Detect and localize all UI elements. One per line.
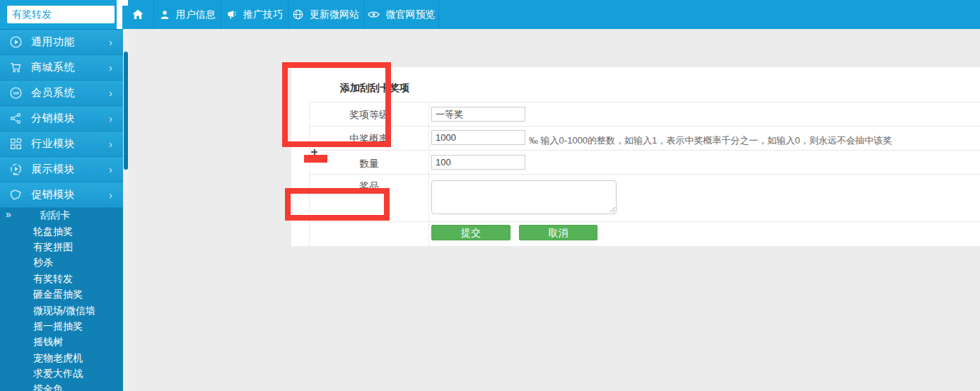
corner-gap [122, 0, 128, 6]
sidebar-item-industry[interactable]: 行业模块 › [0, 132, 123, 157]
sidebar-item-label: 展示模块 [31, 163, 75, 176]
subitem-label: 有奖拼图 [33, 241, 73, 254]
sidebar-item-promotion[interactable]: 促销模块 › [0, 182, 123, 208]
sidebar-item-label: 行业模块 [31, 137, 75, 151]
sidebar-subitem-shake-lottery[interactable]: 摇一摇抽奖 [0, 319, 123, 334]
sidebar-item-member[interactable]: VIP 会员系统 › [0, 81, 123, 106]
sidebar-scrollbar-track[interactable] [123, 29, 129, 391]
sidebar-scrollbar-thumb[interactable] [124, 52, 128, 170]
corner-gap [117, 0, 122, 29]
divider [428, 102, 429, 246]
display-icon [9, 163, 23, 176]
chevron-right-icon: › [109, 164, 112, 175]
sidebar-subitem-goldfish[interactable]: 捞金鱼 [0, 382, 123, 391]
active-item-marker: » [6, 209, 11, 220]
prize-level-input[interactable] [431, 107, 525, 122]
sidebar-item-label: 通用功能 [31, 35, 75, 49]
sidebar-subitem-seckill[interactable]: 秒杀 [0, 255, 123, 271]
divider [309, 150, 980, 151]
sidebar-subitem-wheel-lottery[interactable]: 轮盘抽奖 [0, 223, 123, 239]
cancel-button[interactable]: 取消 [519, 225, 597, 240]
nav-site-preview[interactable]: 微官网预览 [364, 0, 439, 29]
win-rate-hint: ‰ 输入0-1000的整数，如输入1，表示中奖概率千分之一，如输入0，则永远不会… [529, 134, 892, 147]
sidebar-subitem-wechat-wall[interactable]: 微现场/微信墙 [0, 303, 123, 318]
sidebar-item-display[interactable]: 展示模块 › [0, 157, 123, 182]
sidebar-subitem-love-battle[interactable]: 求爱大作战 [0, 366, 123, 382]
search-box [7, 6, 115, 23]
app-window: 通用功能 › 商城系统 › VIP 会员系统 › [0, 0, 980, 391]
sidebar-subitem-reward-share[interactable]: 有奖转发 [0, 272, 123, 287]
sidebar-item-label: 商城系统 [31, 61, 75, 74]
chevron-right-icon: › [109, 189, 112, 200]
sidebar-menu: 通用功能 › 商城系统 › VIP 会员系统 › [0, 30, 123, 208]
divider [309, 102, 980, 103]
top-nav: 用户信息 推广技巧 更新微网站 微官网预览 [122, 0, 980, 29]
share-icon [9, 112, 23, 125]
obscured-text-fragment [311, 151, 317, 153]
divider [309, 102, 310, 246]
nav-promo-tips[interactable]: 推广技巧 [221, 0, 288, 29]
grid-icon [9, 137, 23, 151]
field-label-quantity: 数量 [309, 158, 429, 170]
chevron-right-icon: › [109, 139, 112, 149]
win-rate-input[interactable] [431, 130, 525, 145]
sidebar-item-distribution[interactable]: 分销模块 › [0, 106, 123, 132]
tag-icon [9, 188, 23, 202]
submit-button[interactable]: 提交 [431, 225, 511, 240]
nav-item-label: 更新微网站 [310, 8, 359, 21]
divider [309, 126, 980, 127]
cart-icon [9, 61, 23, 74]
sidebar-item-general[interactable]: 通用功能 › [0, 30, 123, 55]
chevron-right-icon: › [109, 113, 112, 124]
nav-update-site[interactable]: 更新微网站 [288, 0, 364, 29]
sidebar-submenu: » 刮刮卡 轮盘抽奖 有奖拼图 秒杀 有奖转发 砸金蛋抽奖 微现场/微信墙 摇一… [0, 208, 123, 391]
nav-item-label: 微官网预览 [386, 8, 436, 21]
divider [309, 174, 980, 175]
subitem-label: 宠物老虎机 [33, 352, 83, 365]
sidebar-subitem-pet-slot-machine[interactable]: 宠物老虎机 [0, 351, 123, 366]
search-icon[interactable] [143, 8, 155, 21]
page-title: 添加刮刮卡奖项 [340, 82, 409, 95]
subitem-label: 微现场/微信墙 [33, 305, 95, 317]
sidebar-search-area [0, 0, 123, 29]
field-label-prize-level: 奖项等级 [309, 109, 429, 122]
sidebar-item-label: 分销模块 [31, 112, 75, 125]
subitem-label: 秒杀 [33, 257, 53, 269]
play-circle-icon [9, 35, 23, 49]
quantity-input[interactable] [431, 155, 525, 170]
subitem-label: 求爱大作战 [33, 368, 83, 380]
search-input[interactable] [7, 7, 143, 22]
vip-icon: VIP [9, 86, 23, 100]
subitem-label: 有奖转发 [33, 273, 73, 286]
sidebar-subitem-prize-puzzle[interactable]: 有奖拼图 [0, 240, 123, 255]
sidebar-subitem-scratch-card[interactable]: » 刮刮卡 [0, 208, 123, 223]
eye-icon [368, 10, 380, 19]
chevron-right-icon: › [109, 37, 112, 47]
sidebar-subitem-money-tree[interactable]: 摇钱树 [0, 334, 123, 350]
sidebar-item-label: 会员系统 [31, 86, 75, 100]
form-panel: 添加刮刮卡奖项 奖项等级 中奖概率 数量 奖品 ‰ 输入0-1000的整数，如输… [291, 67, 980, 246]
content-area: 添加刮刮卡奖项 奖项等级 中奖概率 数量 奖品 ‰ 输入0-1000的整数，如输… [129, 29, 980, 391]
user-icon [160, 10, 170, 20]
field-label-prize: 奖品 [309, 180, 429, 193]
globe-icon [293, 9, 303, 20]
subitem-label: 摇钱树 [33, 336, 63, 349]
chevron-right-icon: › [109, 88, 112, 98]
chevron-right-icon: › [109, 62, 112, 73]
subitem-label: 砸金蛋抽奖 [33, 288, 83, 301]
svg-text:VIP: VIP [13, 91, 19, 95]
field-label-win-rate: 中奖概率 [309, 133, 429, 146]
subitem-label: 摇一摇抽奖 [33, 320, 83, 333]
subitem-label: 捞金鱼 [33, 383, 63, 391]
nav-item-label: 推广技巧 [243, 8, 283, 21]
subitem-label: 轮盘抽奖 [33, 226, 73, 238]
sidebar-item-mall[interactable]: 商城系统 › [0, 55, 123, 81]
sidebar-item-label: 促销模块 [31, 188, 75, 202]
nav-user-info[interactable]: 用户信息 [154, 0, 221, 29]
divider [309, 221, 980, 222]
megaphone-icon [226, 9, 237, 20]
prize-textarea[interactable] [431, 180, 617, 214]
subitem-label: 刮刮卡 [40, 209, 70, 222]
nav-item-label: 用户信息 [176, 8, 216, 21]
sidebar-subitem-golden-egg[interactable]: 砸金蛋抽奖 [0, 287, 123, 303]
